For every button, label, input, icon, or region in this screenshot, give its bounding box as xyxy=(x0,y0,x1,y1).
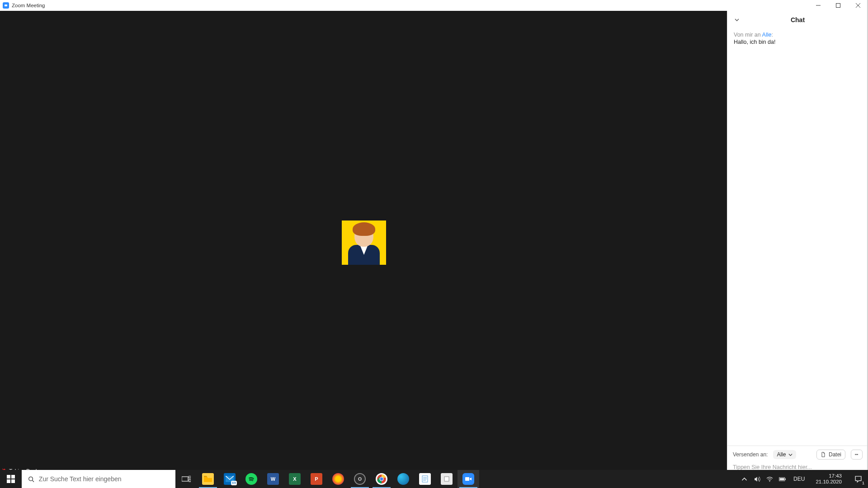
light-app-icon xyxy=(441,473,453,485)
close-button[interactable] xyxy=(848,0,868,11)
maximize-button[interactable] xyxy=(828,0,848,11)
edge-icon xyxy=(397,473,409,485)
search-icon xyxy=(28,476,34,483)
chat-header: Chat xyxy=(727,11,868,29)
notepad-icon xyxy=(419,473,431,485)
send-to-value: Alle xyxy=(777,451,786,458)
system-tray: DEU 17:43 21.10.2020 xyxy=(737,470,848,488)
video-area[interactable]: Tobias Becker xyxy=(0,11,727,475)
word-icon: W xyxy=(267,473,279,485)
send-to-dropdown[interactable]: Alle xyxy=(773,450,796,459)
task-view-icon xyxy=(182,476,191,482)
chat-title: Chat xyxy=(791,16,805,23)
svg-rect-19 xyxy=(785,478,786,479)
chat-to-suffix: : xyxy=(771,32,773,38)
powerpoint-app[interactable]: P xyxy=(306,470,327,488)
chevron-down-icon xyxy=(788,453,793,457)
svg-rect-3 xyxy=(7,479,10,483)
app-generic-1[interactable] xyxy=(327,470,349,488)
battery-icon[interactable] xyxy=(778,475,786,483)
svg-rect-2 xyxy=(11,475,15,479)
file-button-label: Datei xyxy=(829,451,841,458)
chat-panel: Chat Von mir an Alle: Hallo, ich bin da!… xyxy=(727,11,868,475)
app-generic-2[interactable] xyxy=(436,470,458,488)
chat-messages[interactable]: Von mir an Alle: Hallo, ich bin da! xyxy=(727,29,868,446)
notepad-app[interactable] xyxy=(414,470,436,488)
clock-time: 17:43 xyxy=(829,473,842,479)
mail-badge: 69 xyxy=(231,481,237,485)
excel-app[interactable]: X xyxy=(284,470,306,488)
send-to-label: Versenden an: xyxy=(733,451,768,458)
file-icon xyxy=(821,452,826,457)
chat-from-prefix: Von mir an xyxy=(734,32,762,38)
volume-icon[interactable] xyxy=(753,475,761,483)
svg-rect-16 xyxy=(465,477,469,481)
svg-rect-6 xyxy=(182,477,188,481)
svg-rect-8 xyxy=(189,479,191,482)
obs-icon xyxy=(354,473,366,485)
window-title: Zoom Meeting xyxy=(12,3,45,8)
minimize-button[interactable] xyxy=(808,0,828,11)
notification-count: 1 xyxy=(862,481,864,485)
edge-app[interactable] xyxy=(392,470,414,488)
chat-collapse-button[interactable] xyxy=(732,15,742,25)
participant-avatar xyxy=(342,221,386,265)
chat-message-meta: Von mir an Alle: xyxy=(734,32,862,38)
start-button[interactable] xyxy=(0,470,22,488)
zoom-app[interactable] xyxy=(458,470,479,488)
svg-point-10 xyxy=(359,478,361,480)
action-center-button[interactable]: 1 xyxy=(848,470,868,488)
windows-logo-icon xyxy=(7,475,15,483)
excel-icon: X xyxy=(289,473,301,485)
chat-message-text: Hallo, ich bin da! xyxy=(734,39,862,45)
folder-icon xyxy=(202,473,214,485)
wifi-icon[interactable] xyxy=(765,475,774,483)
obs-app[interactable] xyxy=(349,470,371,488)
chat-input[interactable] xyxy=(733,464,863,470)
zoom-taskbar-icon xyxy=(462,473,474,485)
chat-to-target: Alle xyxy=(762,32,772,38)
spotify-app[interactable] xyxy=(241,470,262,488)
svg-point-5 xyxy=(29,477,33,481)
svg-rect-4 xyxy=(11,479,15,483)
taskbar-clock[interactable]: 17:43 21.10.2020 xyxy=(812,473,845,485)
zoom-app-icon xyxy=(3,2,9,9)
notification-icon xyxy=(854,475,862,483)
file-explorer-app[interactable] xyxy=(197,470,219,488)
language-indicator[interactable]: DEU xyxy=(791,476,807,482)
svg-rect-0 xyxy=(836,4,840,8)
svg-rect-7 xyxy=(189,476,191,478)
zoom-meeting-window: Zoom Meeting xyxy=(0,0,868,475)
window-titlebar: Zoom Meeting xyxy=(0,0,868,11)
chrome-icon xyxy=(376,473,387,485)
clock-date: 21.10.2020 xyxy=(816,479,842,485)
spotify-icon xyxy=(245,473,257,485)
svg-rect-20 xyxy=(779,478,784,480)
mail-app[interactable]: 69 xyxy=(219,470,241,488)
circle-app-icon xyxy=(332,473,344,485)
taskbar-search[interactable] xyxy=(22,470,175,488)
taskbar-search-input[interactable] xyxy=(39,475,169,483)
windows-taskbar: 69 W X P xyxy=(0,470,868,488)
svg-rect-1 xyxy=(7,475,10,479)
svg-point-13 xyxy=(380,478,383,481)
chat-more-button[interactable]: ┅ xyxy=(851,450,863,460)
task-view-button[interactable] xyxy=(175,470,197,488)
powerpoint-icon: P xyxy=(311,473,322,485)
taskbar-app-icons: 69 W X P xyxy=(175,470,479,488)
tray-show-hidden[interactable] xyxy=(740,475,748,483)
chrome-app[interactable] xyxy=(371,470,392,488)
attach-file-button[interactable]: Datei xyxy=(816,450,845,460)
zoom-body: Tobias Becker Chat Von mir an Alle: Hall… xyxy=(0,11,868,475)
svg-rect-15 xyxy=(444,477,449,481)
svg-point-17 xyxy=(769,481,770,482)
word-app[interactable]: W xyxy=(262,470,284,488)
